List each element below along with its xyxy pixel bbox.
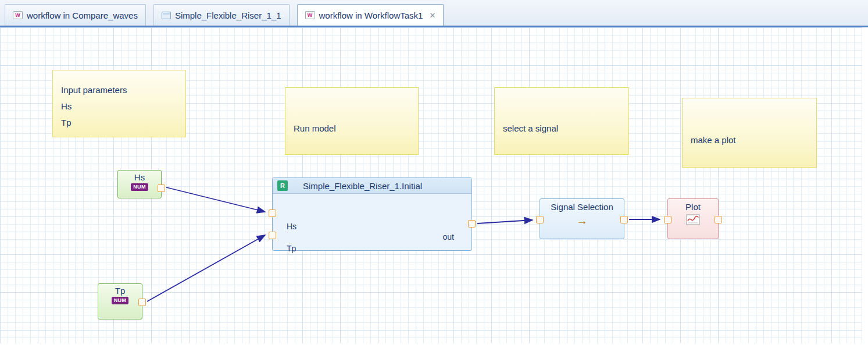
note-make-plot[interactable]: make a plot xyxy=(682,98,817,168)
node-hs-parameter[interactable]: Hs NUM xyxy=(117,170,162,198)
tab-label: workflow in WorkflowTask1 xyxy=(319,10,423,20)
port-model-input-hs[interactable] xyxy=(269,209,276,217)
tab-label: Simple_Flexible_Riser_1_1 xyxy=(175,10,281,20)
tab-workflow-compare-waves[interactable]: W workflow in Compare_waves xyxy=(5,4,146,26)
model-title: Simple_Flexible_Riser_1.Initial xyxy=(303,181,422,191)
port-plot-input[interactable] xyxy=(664,216,671,223)
model-type-icon: R xyxy=(277,180,288,191)
model-body: Hs Tp out xyxy=(273,194,471,251)
note-text: Run model xyxy=(294,120,412,137)
tab-workflow-workflowtask1[interactable]: W workflow in WorkflowTask1 ✕ xyxy=(297,4,444,26)
workflow-canvas[interactable]: Input parameters Hs Tp Run model select … xyxy=(0,27,862,343)
tab-bar: W workflow in Compare_waves Simple_Flexi… xyxy=(0,0,868,27)
window-icon xyxy=(162,12,171,19)
model-header: R Simple_Flexible_Riser_1.Initial xyxy=(273,178,471,194)
note-input-parameters[interactable]: Input parameters Hs Tp xyxy=(52,70,186,137)
node-signal-selection[interactable]: Signal Selection → xyxy=(540,198,624,239)
port-signal-output[interactable] xyxy=(620,216,628,223)
num-type-icon: NUM xyxy=(131,183,148,191)
note-text: make a plot xyxy=(691,132,810,148)
tab-label: workflow in Compare_waves xyxy=(27,10,138,20)
port-model-input-tp[interactable] xyxy=(269,232,276,239)
node-title: Plot xyxy=(685,202,701,212)
tab-simple-flexible-riser[interactable]: Simple_Flexible_Riser_1_1 xyxy=(153,4,290,26)
connection-tp-to-model[interactable] xyxy=(147,235,265,301)
input-port-label-hs: Hs xyxy=(287,221,297,232)
note-text: Tp xyxy=(61,115,180,131)
note-text: select a signal xyxy=(503,120,623,137)
close-icon[interactable]: ✕ xyxy=(429,12,435,19)
note-text: Input parameters xyxy=(61,82,180,98)
workflow-icon: W xyxy=(13,11,23,19)
node-label: Tp xyxy=(115,286,126,296)
workflow-editor: { "tabs": { "items": [ { "label": "workf… xyxy=(0,0,868,348)
signal-arrow-icon: → xyxy=(576,215,588,226)
port-hs-output[interactable] xyxy=(158,184,165,192)
node-simple-flexible-riser-model[interactable]: R Simple_Flexible_Riser_1.Initial Hs Tp … xyxy=(272,177,472,251)
port-signal-input[interactable] xyxy=(536,216,544,223)
input-port-label-tp: Tp xyxy=(287,243,296,254)
node-plot[interactable]: Plot xyxy=(667,198,719,239)
node-title: Signal Selection xyxy=(551,202,613,212)
connection-hs-to-model[interactable] xyxy=(166,187,265,212)
note-run-model[interactable]: Run model xyxy=(285,87,419,155)
num-type-icon: NUM xyxy=(112,297,129,304)
note-select-signal[interactable]: select a signal xyxy=(494,87,629,155)
note-text: Hs xyxy=(61,98,180,115)
node-tp-parameter[interactable]: Tp NUM xyxy=(98,283,142,319)
output-port-label-out: out xyxy=(443,231,454,243)
workflow-icon: W xyxy=(305,11,315,19)
port-tp-output[interactable] xyxy=(138,299,146,306)
connection-model-to-signal[interactable] xyxy=(477,220,533,223)
port-plot-output[interactable] xyxy=(715,216,722,223)
node-label: Hs xyxy=(134,172,145,182)
plot-chart-icon xyxy=(686,214,700,225)
port-model-output-out[interactable] xyxy=(468,220,476,228)
